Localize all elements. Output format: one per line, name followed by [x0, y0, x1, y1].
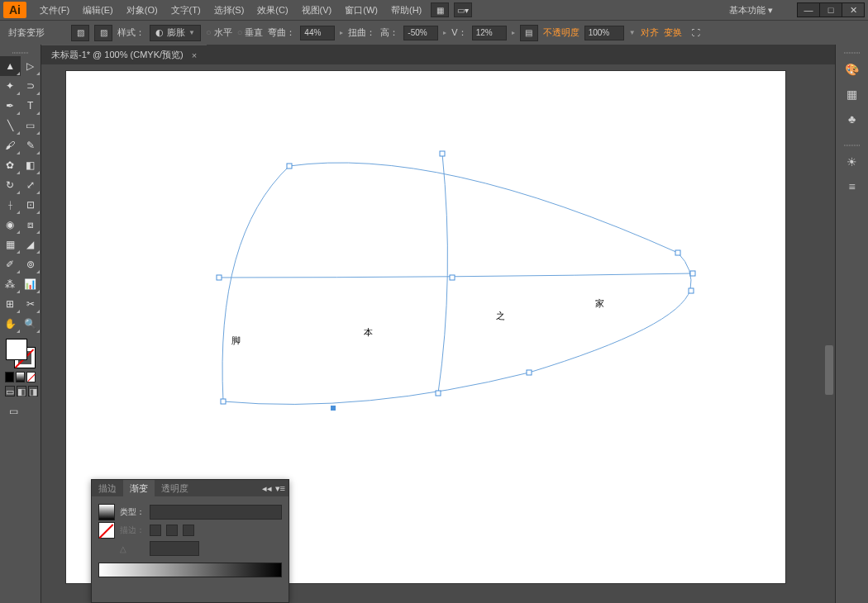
rectangle-tool[interactable]: ▭	[21, 116, 41, 135]
magic-wand-tool[interactable]: ✦	[0, 76, 21, 96]
gradient-tool[interactable]: ◢	[21, 235, 41, 254]
arrange-icon[interactable]: ▭▾	[454, 2, 472, 17]
graph-tool[interactable]: 📊	[21, 274, 41, 294]
blend-tool[interactable]: ⊚	[21, 254, 41, 274]
isolate-icon[interactable]: ⛶	[687, 25, 705, 41]
fill-stroke-swatch[interactable]	[6, 339, 36, 368]
gradient-mode-icon[interactable]	[16, 372, 25, 382]
artboard-tool[interactable]: ⊞	[0, 294, 21, 314]
gradient-preview-swatch[interactable]	[98, 504, 115, 520]
gradient-stroke-swatch[interactable]	[98, 522, 115, 539]
minimize-button[interactable]: —	[797, 2, 820, 17]
stroke-mode-3[interactable]	[183, 525, 194, 536]
distort-h-stepper[interactable]: ▸	[443, 29, 446, 36]
panel-collapse-icon[interactable]: ◂◂	[262, 483, 272, 494]
menu-type[interactable]: 文字(T)	[165, 4, 207, 17]
zoom-tool[interactable]: 🔍	[21, 314, 41, 334]
symbols-panel-icon[interactable]: ♣	[839, 107, 866, 131]
svg-rect-4	[675, 250, 680, 255]
line-tool[interactable]: ╲	[0, 116, 21, 135]
direct-selection-tool[interactable]: ▷	[21, 56, 41, 76]
gradient-type-select[interactable]	[150, 505, 282, 520]
angle-input[interactable]	[150, 541, 199, 556]
gradient-slider[interactable]	[98, 563, 282, 577]
distort-h-input[interactable]	[403, 26, 438, 40]
menu-view[interactable]: 视图(V)	[295, 4, 339, 17]
rotate-tool[interactable]: ↻	[0, 175, 21, 195]
warp-style-dropdown[interactable]: ◐ 膨胀 ▼	[150, 25, 201, 41]
menu-window[interactable]: 窗口(W)	[338, 4, 384, 17]
shape-builder-tool[interactable]: ◉	[0, 215, 21, 235]
type-tool[interactable]: T	[21, 96, 41, 116]
envelope-options-icon[interactable]: ▤	[520, 25, 538, 41]
selection-tool[interactable]: ▲	[0, 56, 21, 76]
stroke-mode-2[interactable]	[166, 525, 178, 536]
gradient-tab[interactable]: 渐变	[123, 480, 155, 496]
eyedropper-tool[interactable]: ✐	[0, 254, 21, 274]
svg-rect-5	[689, 288, 694, 293]
opacity-label[interactable]: 不透明度	[543, 26, 579, 39]
menu-edit[interactable]: 编辑(E)	[76, 4, 120, 17]
screen-mode-icon[interactable]: ▭	[3, 401, 24, 421]
vertical-radio[interactable]: ○ 垂直	[237, 26, 264, 39]
stroke-mode-1[interactable]	[150, 525, 161, 536]
color-panel-icon[interactable]: 🎨	[839, 58, 866, 81]
document-tab[interactable]: 未标题-1* @ 100% (CMYK/预览) ×	[41, 45, 207, 64]
horizontal-radio[interactable]: ○ 水平	[206, 26, 232, 39]
edit-contents-icon[interactable]: ▨	[94, 25, 112, 41]
fill-swatch[interactable]	[6, 339, 27, 360]
none-mode-icon[interactable]	[26, 372, 36, 382]
menu-effect[interactable]: 效果(C)	[250, 4, 294, 17]
eraser-tool[interactable]: ◧	[21, 155, 41, 175]
panel-grip-2[interactable]	[836, 142, 868, 149]
angle-label: △	[120, 544, 145, 553]
mesh-tool[interactable]: ▦	[0, 235, 21, 254]
maximize-button[interactable]: □	[819, 2, 842, 17]
close-button[interactable]: ✕	[842, 2, 865, 17]
menu-object[interactable]: 对象(O)	[120, 4, 165, 17]
bend-stepper[interactable]: ▸	[340, 29, 343, 36]
distort-v-input[interactable]	[472, 26, 507, 40]
toolbox-grip[interactable]	[0, 50, 41, 56]
edit-envelope-icon[interactable]: ▧	[71, 25, 89, 41]
scroll-thumb[interactable]	[825, 345, 833, 395]
close-tab-icon[interactable]: ×	[192, 50, 197, 60]
transparency-tab[interactable]: 透明度	[155, 480, 195, 496]
brushes-panel-icon[interactable]: ☀	[839, 150, 866, 173]
draw-behind-icon[interactable]: ◧	[17, 386, 26, 396]
menu-file[interactable]: 文件(F)	[33, 4, 76, 17]
lasso-tool[interactable]: ⊃	[21, 76, 41, 96]
color-mode-icon[interactable]	[5, 372, 14, 382]
panel-menu-icon[interactable]: ▾≡	[275, 483, 285, 494]
perspective-tool[interactable]: ⧈	[21, 215, 41, 235]
menu-help[interactable]: 帮助(H)	[384, 4, 428, 17]
stroke-tab[interactable]: 描边	[92, 480, 123, 496]
width-tool[interactable]: ⟊	[0, 195, 21, 215]
draw-inside-icon[interactable]: ◨	[28, 386, 38, 396]
distort-v-stepper[interactable]: ▸	[512, 29, 515, 36]
app-logo: Ai	[3, 2, 26, 18]
title-bar: Ai 文件(F) 编辑(E) 对象(O) 文字(T) 选择(S) 效果(C) 视…	[0, 0, 868, 20]
stroke-panel-icon[interactable]: ≡	[839, 175, 866, 198]
workspace-switcher[interactable]: 基本功能 ▾	[721, 4, 781, 17]
slice-tool[interactable]: ✂	[21, 294, 41, 314]
pencil-tool[interactable]: ✎	[21, 135, 41, 155]
pen-tool[interactable]: ✒	[0, 96, 21, 116]
hand-tool[interactable]: ✋	[0, 314, 21, 334]
opacity-input[interactable]	[584, 26, 624, 40]
draw-normal-icon[interactable]: ▭	[5, 386, 15, 396]
free-transform-tool[interactable]: ⊡	[21, 195, 41, 215]
panel-grip[interactable]	[836, 50, 868, 56]
vertical-scrollbar[interactable]	[823, 64, 835, 603]
bridge-icon[interactable]: ▦	[431, 2, 449, 17]
menu-select[interactable]: 选择(S)	[207, 4, 251, 17]
bend-input[interactable]	[300, 26, 335, 40]
opacity-dropdown[interactable]: ▼	[629, 29, 636, 36]
align-link[interactable]: 对齐	[641, 26, 659, 39]
symbol-sprayer-tool[interactable]: ⁂	[0, 274, 21, 294]
blob-brush-tool[interactable]: ✿	[0, 155, 21, 175]
scale-tool[interactable]: ⤢	[21, 175, 41, 195]
paintbrush-tool[interactable]: 🖌	[0, 135, 21, 155]
transform-link[interactable]: 变换	[664, 26, 682, 39]
swatches-panel-icon[interactable]: ▦	[839, 83, 866, 106]
